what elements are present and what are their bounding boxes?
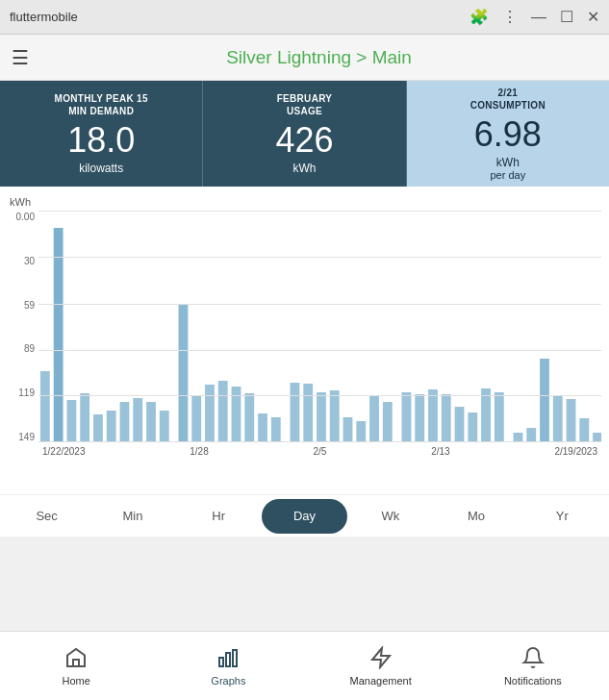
app-header: ☰ Silver Lightning > Main [0, 35, 609, 81]
svg-rect-43 [226, 653, 230, 666]
svg-rect-7 [133, 398, 142, 442]
svg-rect-5 [107, 411, 116, 442]
svg-rect-24 [369, 396, 379, 442]
chart-kwh-label: kWh [10, 196, 31, 208]
time-btn-day[interactable]: Day [262, 499, 347, 534]
time-btn-mo[interactable]: Mo [433, 499, 519, 534]
stat-peak-demand-unit: kilowatts [79, 162, 123, 175]
stat-consumption: 2/21CONSUMPTION 6.98 kWh per day [407, 81, 609, 187]
time-btn-sec[interactable]: Sec [4, 499, 89, 534]
svg-rect-37 [553, 396, 563, 442]
x-label-0: 1/22/2023 [42, 446, 86, 457]
close-icon[interactable]: ✕ [587, 8, 599, 26]
svg-rect-28 [428, 389, 438, 442]
stat-peak-demand-label: MONTHLY PEAK 15MIN DEMAND [55, 92, 148, 117]
svg-rect-36 [540, 359, 549, 442]
svg-rect-20 [317, 392, 326, 442]
svg-rect-4 [93, 414, 103, 442]
nav-home[interactable]: Home [0, 632, 152, 700]
svg-rect-42 [219, 658, 223, 666]
bottom-nav: Home Graphs Management Notifications [0, 631, 609, 700]
svg-rect-13 [218, 381, 228, 442]
x-label-4: 2/19/2023 [554, 446, 597, 457]
grid-line-3 [38, 304, 601, 305]
y-axis: 149 119 89 59 30 0.00 [8, 212, 38, 442]
nav-notifications-label: Notifications [504, 675, 562, 687]
x-label-2: 2/5 [314, 446, 327, 457]
stat-consumption-value: 6.98 [474, 115, 542, 154]
svg-rect-8 [146, 402, 156, 442]
more-options-icon[interactable]: ⋮ [502, 8, 518, 26]
time-btn-yr[interactable]: Yr [520, 499, 605, 534]
nav-management-label: Management [350, 675, 412, 687]
nav-graphs-label: Graphs [211, 675, 245, 687]
app-name: fluttermobile [10, 10, 78, 24]
stats-row: MONTHLY PEAK 15MIN DEMAND 18.0 kilowatts… [0, 81, 609, 187]
time-filter-bar: Sec Min Hr Day Wk Mo Yr [0, 494, 609, 537]
title-bar: fluttermobile 🧩 ⋮ — ☐ ✕ [0, 0, 609, 35]
x-axis-labels: 1/22/2023 1/28 2/5 2/13 2/19/2023 [38, 446, 601, 457]
stat-feb-usage-unit: kWh [292, 162, 316, 175]
svg-rect-35 [526, 428, 536, 442]
svg-rect-3 [80, 393, 89, 442]
grid-line-1 [38, 395, 601, 396]
y-label-0: 149 [8, 432, 38, 442]
svg-rect-15 [244, 393, 254, 442]
y-label-5: 0.00 [8, 212, 38, 222]
svg-rect-11 [191, 396, 201, 442]
svg-rect-0 [40, 371, 50, 442]
svg-rect-44 [233, 650, 237, 666]
stat-peak-demand-value: 18.0 [67, 121, 135, 160]
stat-consumption-unit2: per day [490, 169, 525, 181]
svg-rect-25 [383, 402, 393, 442]
y-label-1: 119 [8, 388, 38, 398]
bar-chart [38, 212, 601, 442]
stat-peak-demand: MONTHLY PEAK 15MIN DEMAND 18.0 kilowatts [0, 81, 203, 187]
grid-line-2 [38, 350, 601, 351]
stat-feb-usage-label: FEBRUARYUSAGE [277, 92, 333, 117]
stat-feb-usage-value: 426 [275, 121, 333, 160]
svg-rect-41 [73, 660, 79, 666]
grid-line-5 [38, 211, 601, 212]
chart-container: 149 119 89 59 30 0.00 [8, 212, 601, 481]
nav-graphs[interactable]: Graphs [152, 632, 304, 700]
y-label-4: 30 [8, 256, 38, 266]
svg-rect-6 [120, 402, 130, 442]
x-label-3: 2/13 [431, 446, 449, 457]
nav-notifications[interactable]: Notifications [457, 632, 609, 700]
chart-area: kWh 149 119 89 59 30 0.00 [0, 187, 609, 494]
stat-consumption-label: 2/21CONSUMPTION [470, 87, 546, 112]
time-btn-hr[interactable]: Hr [176, 499, 262, 534]
nav-home-label: Home [62, 675, 89, 687]
puzzle-icon[interactable]: 🧩 [469, 8, 489, 26]
window-controls[interactable]: 🧩 ⋮ — ☐ ✕ [469, 8, 599, 26]
svg-rect-17 [271, 417, 281, 442]
time-btn-min[interactable]: Min [89, 499, 175, 534]
svg-rect-10 [179, 304, 189, 442]
maximize-icon[interactable]: ☐ [560, 8, 573, 26]
y-label-3: 59 [8, 300, 38, 311]
svg-rect-12 [205, 385, 215, 442]
management-icon [369, 646, 393, 673]
svg-rect-38 [567, 399, 576, 442]
x-label-1: 1/28 [190, 446, 208, 457]
hamburger-menu[interactable]: ☰ [12, 46, 29, 69]
grid-line-0 [38, 441, 601, 442]
svg-rect-18 [291, 383, 300, 442]
graphs-icon [216, 646, 240, 673]
svg-rect-26 [402, 392, 412, 442]
notifications-icon [521, 646, 545, 673]
svg-rect-27 [415, 394, 424, 442]
svg-rect-1 [54, 228, 63, 442]
y-label-2: 89 [8, 343, 38, 354]
svg-rect-16 [258, 413, 267, 442]
minimize-icon[interactable]: — [531, 9, 546, 26]
svg-rect-39 [579, 418, 589, 442]
svg-rect-30 [455, 407, 465, 442]
time-btn-wk[interactable]: Wk [347, 499, 433, 534]
svg-rect-21 [330, 390, 340, 442]
svg-rect-29 [442, 394, 451, 442]
svg-rect-22 [343, 417, 353, 442]
svg-rect-33 [495, 392, 504, 442]
nav-management[interactable]: Management [305, 632, 457, 700]
